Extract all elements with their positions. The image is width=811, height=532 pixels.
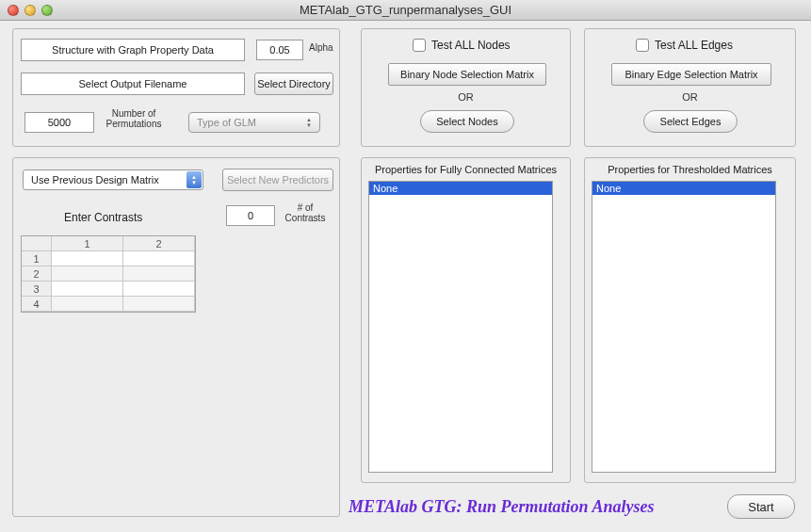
table-cell[interactable] [52, 251, 123, 266]
output-filename-input[interactable]: Select Output Filename [21, 73, 245, 95]
binary-node-matrix-button[interactable]: Binary Node Selection Matrix [388, 63, 546, 86]
predictors-panel: Use Previous Design Matrix ▲▼ Select New… [12, 157, 340, 517]
table-cell[interactable] [123, 266, 195, 282]
enter-contrasts-label: Enter Contrasts [64, 211, 142, 224]
test-all-nodes-checkbox[interactable] [413, 39, 426, 52]
window-title: METAlab_GTG_runpermanalyses_GUI [0, 3, 811, 17]
thresh-props-listbox[interactable]: None [592, 181, 776, 473]
alpha-label: Alpha [309, 43, 333, 54]
table-cell[interactable] [123, 251, 195, 266]
list-item[interactable]: None [369, 182, 552, 195]
num-contrasts-input[interactable]: 0 [226, 205, 275, 226]
design-matrix-select-label: Use Previous Design Matrix [31, 174, 159, 185]
file-config-panel: Structure with Graph Property Data 0.05 … [12, 28, 340, 147]
permutations-input[interactable]: 5000 [24, 112, 94, 133]
structure-input[interactable]: Structure with Graph Property Data [21, 39, 245, 61]
table-col-header: 1 [52, 236, 123, 251]
select-directory-button[interactable]: Select Directory [254, 73, 333, 95]
table-cell[interactable] [52, 282, 123, 297]
list-item[interactable]: None [592, 182, 775, 195]
table-cell[interactable] [52, 266, 123, 282]
full-props-panel: Properties for Fully Connected Matrices … [361, 157, 571, 483]
window-titlebar: METAlab_GTG_runpermanalyses_GUI [0, 0, 811, 21]
chevron-updown-icon: ▲▼ [187, 171, 202, 188]
table-cell[interactable] [123, 297, 195, 312]
alpha-input[interactable]: 0.05 [256, 40, 303, 60]
structure-input-label: Structure with Graph Property Data [52, 44, 214, 56]
select-new-predictors-button[interactable]: Select New Predictors [222, 169, 333, 191]
thresh-props-title: Properties for Thresholded Matrices [585, 164, 795, 175]
table-row-header: 1 [22, 251, 52, 266]
table-cell[interactable] [52, 297, 123, 312]
full-props-listbox[interactable]: None [368, 181, 553, 473]
binary-edge-matrix-button[interactable]: Binary Edge Selection Matrix [611, 63, 771, 86]
permutations-label: Number of Permutations [100, 109, 168, 129]
output-filename-label: Select Output Filename [79, 78, 187, 89]
test-all-edges-label: Test ALL Edges [655, 39, 733, 52]
thresh-props-panel: Properties for Thresholded Matrices None [584, 157, 796, 483]
num-contrasts-label: # of Contrasts [281, 203, 330, 223]
design-matrix-select[interactable]: Use Previous Design Matrix ▲▼ [23, 169, 203, 190]
table-row-header: 3 [22, 282, 52, 297]
alpha-value: 0.05 [269, 44, 289, 56]
test-all-edges-checkbox[interactable] [636, 39, 649, 52]
nodes-or-label: OR [362, 91, 570, 103]
select-edges-button[interactable]: Select Edges [643, 110, 738, 133]
table-row-header: 2 [22, 266, 52, 282]
permutations-value: 5000 [48, 117, 71, 128]
edges-panel: Test ALL Edges Binary Edge Selection Mat… [584, 28, 796, 147]
start-button[interactable]: Start [727, 494, 795, 519]
nodes-panel: Test ALL Nodes Binary Node Selection Mat… [361, 28, 571, 147]
glm-type-select[interactable]: Type of GLM ▲▼ [188, 112, 320, 133]
table-col-header: 2 [123, 236, 195, 251]
table-row-header: 4 [22, 297, 52, 312]
table-cell[interactable] [123, 282, 195, 297]
chevron-updown-icon: ▲▼ [302, 115, 316, 130]
full-props-title: Properties for Fully Connected Matrices [362, 164, 570, 175]
edges-or-label: OR [585, 91, 795, 103]
glm-type-placeholder: Type of GLM [197, 117, 256, 128]
select-nodes-button[interactable]: Select Nodes [420, 110, 514, 133]
contrasts-table[interactable]: 1 2 1 2 3 4 [21, 235, 196, 313]
test-all-nodes-label: Test ALL Nodes [431, 39, 511, 52]
app-title: METAlab GTG: Run Permutation Analyses [349, 497, 654, 517]
